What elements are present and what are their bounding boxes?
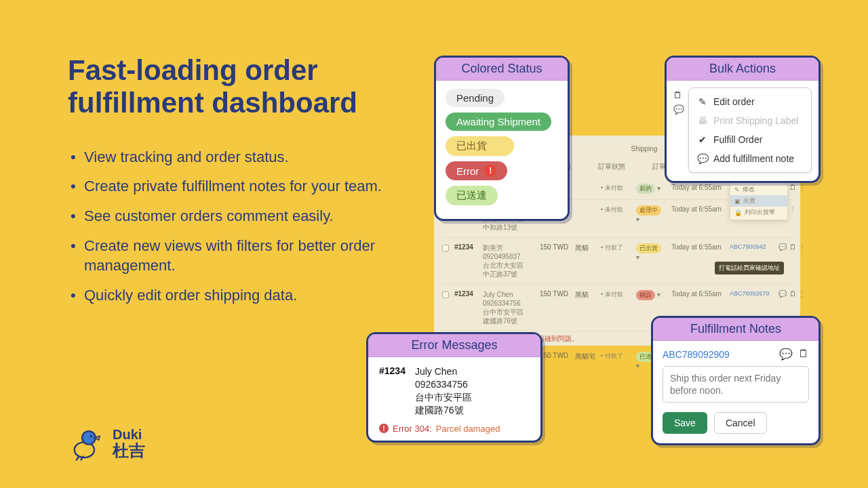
save-button[interactable]: Save: [663, 412, 707, 434]
customer-name: July Chen: [415, 365, 472, 378]
bullet-item: Create new views with filters for better…: [68, 236, 393, 276]
error-messages-card: Error Messages #1234 July Chen 092633475…: [366, 332, 542, 443]
status-pending: Pending: [446, 89, 505, 107]
card-title: Bulk Actions: [667, 58, 818, 81]
add-note-item[interactable]: 💬Add fulfillment note: [689, 149, 811, 168]
customer-addr1: 台中市安平區: [415, 391, 472, 404]
warning-icon: !: [484, 165, 496, 177]
headline: Fast-loading order fulfillment dashboard: [68, 54, 393, 120]
printer-icon: 🖶: [697, 115, 708, 126]
bullet-item: See customer orders comment easily.: [68, 206, 393, 226]
note-icon[interactable]: 🗒: [789, 184, 796, 191]
brand-name-en: Duki: [113, 427, 145, 442]
col-status: 訂單狀態: [598, 162, 625, 171]
tracking-number[interactable]: ABC789092909: [663, 349, 730, 360]
chat-icon[interactable]: 💬: [779, 348, 793, 361]
fulfill-order-item[interactable]: ✔Fulfill Order: [689, 130, 811, 149]
filter-shipping[interactable]: Shipping: [631, 145, 657, 152]
status-error: Error!: [446, 161, 507, 180]
bulk-actions-card: Bulk Actions 🗒 💬 ✎Edit order 🖶Print Ship…: [665, 56, 821, 183]
card-title: Error Messages: [368, 334, 540, 357]
colored-status-card: Colored Status Pending Awaiting Shipment…: [434, 56, 570, 221]
customer-addr2: 建國路76號: [415, 404, 472, 417]
duck-logo-icon: [68, 426, 103, 461]
bullet-item: Create private fulfillment notes for you…: [68, 176, 393, 197]
svg-point-2: [90, 435, 92, 438]
row-context-menu[interactable]: ✎修改 ▣出貨 🔒列印出貨單: [730, 182, 788, 220]
speech-icon: 💬: [697, 153, 708, 164]
error-message: Parcel damaged: [436, 424, 500, 434]
checkbox[interactable]: [442, 245, 449, 251]
status-shipped: 已出貨: [446, 136, 514, 156]
feature-bullets: View tracking and order status. Create p…: [68, 147, 393, 306]
note-icon[interactable]: 🗒: [798, 348, 809, 361]
error-code: Error 304:: [393, 424, 432, 434]
bullet-item: Quickly edit order shipping data.: [68, 285, 393, 306]
check-icon: ✔: [697, 134, 708, 145]
card-title: Colored Status: [436, 58, 568, 81]
note-input[interactable]: [663, 366, 809, 403]
status-delivered: 已送達: [446, 186, 498, 205]
fulfillment-notes-card: Fulfillment Notes ABC789092909 💬 🗒 Save …: [651, 316, 821, 445]
checkbox[interactable]: [442, 291, 449, 298]
more-icon[interactable]: ⋮: [799, 184, 806, 191]
status-awaiting: Awaiting Shipment: [446, 113, 551, 131]
brand-name-zh: 杜吉: [113, 442, 145, 460]
customer-phone: 0926334756: [415, 378, 472, 391]
pencil-icon: ✎: [697, 96, 708, 107]
print-label-item[interactable]: 🖶Print Shipping Label: [689, 111, 811, 130]
edit-order-item[interactable]: ✎Edit order: [689, 92, 811, 111]
order-id: #1234: [379, 365, 406, 417]
card-title: Fulfillment Notes: [653, 318, 818, 341]
note-icon[interactable]: 🗒: [673, 90, 684, 100]
bulk-menu: ✎Edit order 🖶Print Shipping Label ✔Fulfi…: [688, 87, 812, 173]
brand: Duki 杜吉: [68, 426, 145, 461]
bullet-item: View tracking and order status.: [68, 147, 393, 167]
cancel-button[interactable]: Cancel: [714, 412, 767, 434]
tooltip: 打電話給買家確認地址: [715, 262, 784, 274]
error-icon: !: [379, 424, 389, 433]
chat-icon[interactable]: 💬: [673, 104, 684, 115]
